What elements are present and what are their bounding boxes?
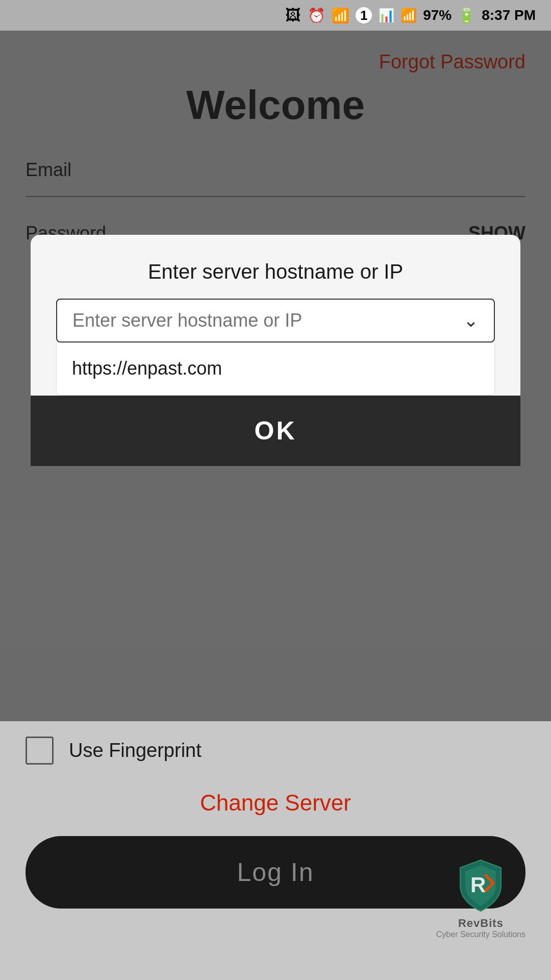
server-dropdown: https://enpast.com <box>56 342 495 396</box>
below-modal-section: Use Fingerprint Change Server Log In R R… <box>0 721 551 980</box>
signal-bars-icon: 📶 <box>400 8 417 23</box>
server-input-wrapper[interactable]: ⌄ <box>56 299 495 342</box>
revbits-shield-icon: R <box>455 857 506 914</box>
gallery-icon: 🖼 <box>285 7 300 24</box>
login-page: Forgot Password Welcome Email Password S… <box>0 31 551 980</box>
fingerprint-label: Use Fingerprint <box>69 740 202 762</box>
change-server-button[interactable]: Change Server <box>26 790 525 816</box>
signal-icon: 📊 <box>378 8 394 23</box>
status-bar: 🖼 ⏰ 📶 1 📊 📶 97% 🔋 8:37 PM <box>0 0 551 31</box>
battery-level: 97% <box>423 7 452 23</box>
fingerprint-checkbox[interactable] <box>26 737 54 765</box>
battery-icon: 🔋 <box>458 7 475 24</box>
ok-button[interactable]: OK <box>255 416 297 446</box>
revbits-tagline: Cyber Security Solutions <box>436 930 525 939</box>
time-display: 8:37 PM <box>482 7 536 23</box>
wifi-icon: 📶 <box>332 7 349 24</box>
alarm-icon: ⏰ <box>308 7 325 24</box>
status-icons: ⏰ 📶 1 📊 📶 97% 🔋 8:37 PM <box>308 7 536 24</box>
modal-input-container: ⌄ <box>56 299 495 342</box>
revbits-name: RevBits <box>458 917 504 930</box>
notification-badge: 1 <box>356 7 372 23</box>
modal-header: Enter server hostname or IP <box>31 235 520 299</box>
server-hostname-input[interactable] <box>72 310 463 331</box>
login-button-text: Log In <box>237 858 314 887</box>
revbits-logo: R RevBits Cyber Security Solutions <box>436 857 525 939</box>
dropdown-option-enpast[interactable]: https://enpast.com <box>57 342 494 395</box>
fingerprint-row: Use Fingerprint <box>26 737 525 765</box>
server-hostname-modal: Enter server hostname or IP ⌄ https://en… <box>31 235 520 466</box>
svg-text:R: R <box>470 873 486 897</box>
chevron-down-icon[interactable]: ⌄ <box>463 310 479 331</box>
modal-bottom-section: OK <box>31 396 520 466</box>
modal-title: Enter server hostname or IP <box>56 260 495 283</box>
